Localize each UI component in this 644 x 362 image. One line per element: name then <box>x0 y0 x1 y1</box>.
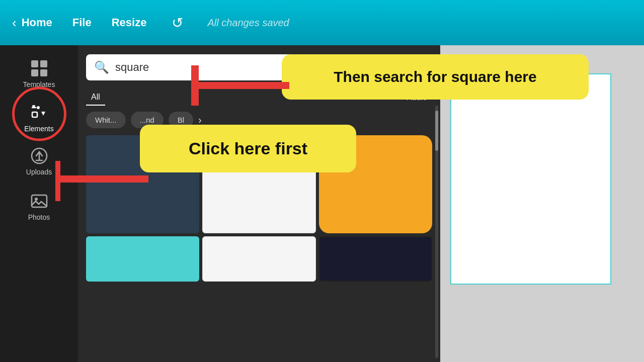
main-area: Templates Elements <box>0 45 644 362</box>
svg-rect-1 <box>40 60 47 67</box>
grid-item-white2-square[interactable] <box>202 236 315 282</box>
svg-marker-6 <box>41 112 45 116</box>
file-button[interactable]: File <box>72 16 92 29</box>
filter-more-button[interactable]: › <box>198 114 202 126</box>
svg-point-4 <box>37 106 40 109</box>
file-label: File <box>72 16 92 29</box>
svg-rect-10 <box>32 195 47 207</box>
templates-icon <box>30 59 48 77</box>
sidebar-item-templates[interactable]: Templates <box>0 50 78 96</box>
scrollbar-thumb[interactable] <box>435 111 438 151</box>
svg-rect-2 <box>31 69 38 76</box>
tab-audio[interactable]: Audio <box>401 90 432 105</box>
tab-all[interactable]: All <box>86 89 105 106</box>
tabs-row: All Audio <box>78 86 440 109</box>
svg-rect-5 <box>32 112 37 117</box>
filter-blend-button[interactable]: ...nd <box>131 112 164 128</box>
back-home-button[interactable]: ‹ Home <box>12 15 52 31</box>
svg-point-11 <box>35 198 38 201</box>
panel: 🔍 All Audio Whit... ...nd Bl › <box>78 45 440 362</box>
sidebar: Templates Elements <box>0 45 78 362</box>
search-bar: 🔍 <box>86 54 432 80</box>
results-grid <box>78 131 440 286</box>
undo-button[interactable]: ↺ <box>172 15 183 31</box>
photos-label: Photos <box>28 213 50 221</box>
grid-item-teal-square[interactable] <box>86 236 199 282</box>
search-input[interactable] <box>115 61 424 74</box>
resize-button[interactable]: Resize <box>112 16 147 29</box>
elements-label: Elements <box>24 125 53 133</box>
grid-item-dark2-square[interactable] <box>319 236 432 282</box>
templates-label: Templates <box>23 80 55 88</box>
elements-icon <box>29 103 48 122</box>
scrollbar[interactable] <box>435 106 438 358</box>
resize-label: Resize <box>112 16 147 29</box>
sidebar-item-uploads[interactable]: Uploads <box>0 138 78 183</box>
filter-bl-button[interactable]: Bl <box>169 112 193 128</box>
grid-item-dark-square[interactable] <box>86 135 199 233</box>
back-chevron-icon: ‹ <box>12 15 17 31</box>
filter-white-button[interactable]: Whit... <box>86 112 126 128</box>
photos-icon <box>30 192 48 210</box>
sidebar-item-photos[interactable]: Photos <box>0 183 78 228</box>
sidebar-item-elements[interactable]: Elements <box>0 96 78 138</box>
uploads-label: Uploads <box>26 168 52 176</box>
home-label: Home <box>22 16 52 29</box>
page-label: Page <box>450 55 476 68</box>
grid-item-white-square[interactable] <box>202 135 315 233</box>
canvas-area: Page <box>440 45 644 362</box>
canvas-page <box>450 73 611 285</box>
grid-item-orange-square[interactable] <box>319 135 432 233</box>
topbar: ‹ Home File Resize ↺ All changes saved <box>0 0 644 45</box>
svg-rect-3 <box>40 69 47 76</box>
svg-rect-0 <box>31 60 38 67</box>
uploads-icon <box>30 147 48 165</box>
filter-row: Whit... ...nd Bl › <box>78 109 440 131</box>
elements-inner: Elements <box>24 103 53 133</box>
search-icon: 🔍 <box>94 60 109 74</box>
saved-status: All changes saved <box>207 17 289 29</box>
